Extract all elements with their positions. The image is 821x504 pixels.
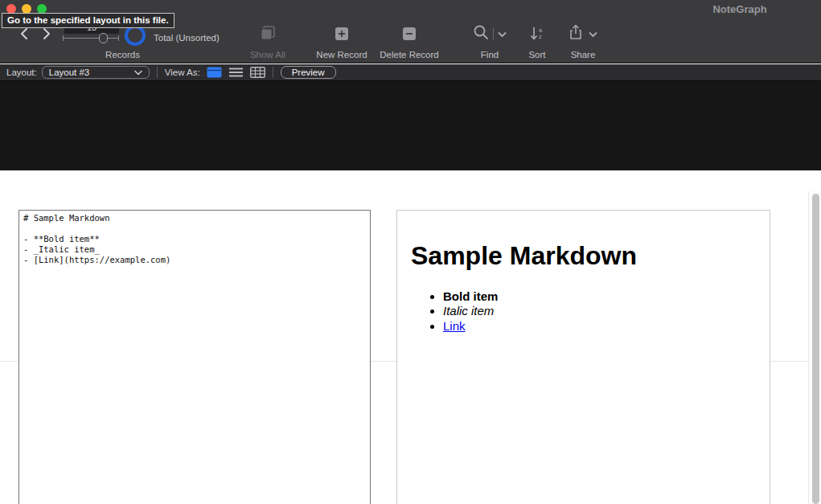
rendered-list: Bold item Italic item Link <box>397 289 770 334</box>
vertical-scrollbar[interactable] <box>808 191 821 504</box>
source-line: - [Link](https://example.com) <box>23 255 366 265</box>
share-button[interactable]: Share <box>558 24 608 59</box>
layout-select[interactable]: Layout #3 <box>42 66 150 79</box>
sort-az-icon: a z <box>515 24 560 43</box>
layout-bar-separator <box>157 67 158 78</box>
toolbar: 13 14 Total (Unsorted) Records Show All <box>0 0 821 64</box>
delete-record-button[interactable]: Delete Record <box>374 24 445 59</box>
layout-header-band <box>0 81 821 170</box>
records-group-label: Records <box>88 50 157 59</box>
find-chevron-down-icon[interactable] <box>498 27 507 41</box>
slider-tick-end <box>118 35 119 41</box>
layout-select-chevron-icon <box>134 67 142 78</box>
show-all-label: Show All <box>237 50 298 59</box>
layout-bar-separator-2 <box>273 67 273 78</box>
sort-button[interactable]: a z Sort <box>515 24 560 59</box>
window-title: NoteGraph <box>692 3 788 15</box>
delete-record-icon <box>374 24 445 43</box>
new-record-label: New Record <box>310 50 374 59</box>
svg-text:z: z <box>539 33 542 40</box>
show-all-icon <box>237 24 298 43</box>
record-slider[interactable] <box>63 33 119 43</box>
record-content-area: # Sample Markdown - **Bold item** - _Ita… <box>0 170 821 504</box>
total-unsorted-label: Total (Unsorted) <box>154 33 220 43</box>
rendered-list-item-bold: Bold item <box>443 289 770 305</box>
app-window: 13 14 Total (Unsorted) Records Show All <box>0 0 821 504</box>
share-icon <box>569 24 583 43</box>
slider-tick-start <box>63 35 64 41</box>
new-record-icon <box>310 24 374 43</box>
show-all-button[interactable]: Show All <box>237 24 298 59</box>
vertical-scrollbar-thumb[interactable] <box>812 194 819 504</box>
view-list-button[interactable] <box>228 67 244 78</box>
rendered-link[interactable]: Link <box>443 319 466 333</box>
next-record-button[interactable] <box>41 27 52 40</box>
source-line: - **Bold item** <box>23 234 366 244</box>
markdown-source-field[interactable]: # Sample Markdown - **Bold item** - _Ita… <box>18 210 371 504</box>
rendered-heading: Sample Markdown <box>411 243 770 270</box>
view-table-button[interactable] <box>250 67 265 78</box>
find-label: Find <box>465 50 515 59</box>
view-form-button[interactable] <box>207 67 222 78</box>
record-slider-handle[interactable] <box>99 33 108 43</box>
view-as-label: View As: <box>165 68 200 77</box>
find-separator <box>493 28 494 39</box>
source-line: # Sample Markdown <box>23 213 366 223</box>
layout-select-value: Layout #3 <box>49 67 90 78</box>
sort-label: Sort <box>515 50 560 59</box>
share-chevron-down-icon[interactable] <box>589 27 597 41</box>
find-button[interactable]: Find <box>465 24 515 59</box>
new-record-button[interactable]: New Record <box>310 24 374 59</box>
record-slider-track <box>63 38 119 39</box>
layout-bar: Layout: Layout #3 View As: <box>0 64 821 81</box>
markdown-preview-webviewer: Sample Markdown Bold item Italic item Li… <box>396 210 770 504</box>
previous-record-button[interactable] <box>18 27 30 40</box>
source-line: - _Italic item_ <box>23 244 366 255</box>
search-icon <box>473 24 489 43</box>
delete-record-label: Delete Record <box>374 50 445 59</box>
preview-button[interactable]: Preview <box>281 66 336 79</box>
layout-tooltip: Go to the specified layout in this file. <box>2 13 174 28</box>
source-line <box>23 223 366 234</box>
share-label: Share <box>558 50 608 59</box>
layout-label: Layout: <box>6 68 37 77</box>
rendered-list-item-italic: Italic item <box>443 304 770 319</box>
